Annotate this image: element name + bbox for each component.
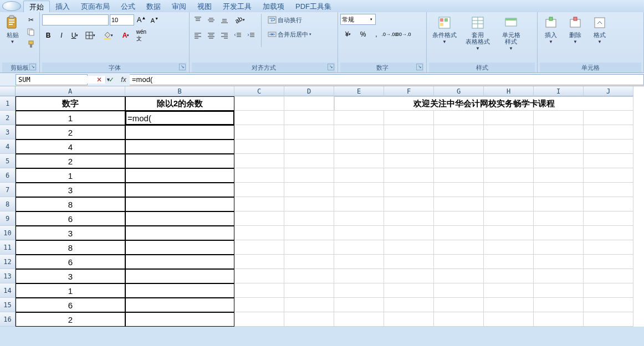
cell-H8[interactable] [484, 197, 534, 211]
increase-indent-button[interactable] [245, 29, 257, 42]
row-header[interactable]: 10 [0, 226, 16, 240]
percent-button[interactable]: % [357, 28, 369, 40]
dialog-launcher-icon[interactable]: ↘ [29, 64, 36, 70]
increase-decimal-button[interactable]: .0→.00 [384, 28, 396, 40]
cell-C12[interactable] [234, 255, 284, 269]
cell-H15[interactable] [484, 298, 534, 312]
cell-F3[interactable] [384, 125, 434, 140]
cell-B16[interactable] [125, 312, 234, 327]
cell-J12[interactable] [584, 255, 633, 269]
cell-E2[interactable] [334, 111, 384, 125]
cell-F15[interactable] [384, 298, 434, 312]
cell-G7[interactable] [434, 183, 484, 197]
cancel-formula-button[interactable]: ✕ [93, 74, 105, 85]
cell-H10[interactable] [484, 226, 534, 240]
cell-J6[interactable] [584, 168, 633, 183]
cell-I5[interactable] [534, 154, 584, 168]
cell-E11[interactable] [334, 240, 384, 255]
cell-D1[interactable] [284, 96, 334, 111]
cell-F10[interactable] [384, 226, 434, 240]
cell-H16[interactable] [484, 312, 534, 327]
cell-J7[interactable] [584, 183, 633, 197]
underline-button[interactable]: U▾ [69, 29, 81, 42]
cell-J10[interactable] [584, 226, 633, 240]
cell-A11[interactable]: 8 [16, 240, 125, 255]
cell-I4[interactable] [534, 140, 584, 154]
tab-插入[interactable]: 插入 [50, 1, 75, 12]
cell-A5[interactable]: 2 [16, 154, 125, 168]
align-left-button[interactable] [192, 29, 204, 42]
cell-B9[interactable] [125, 211, 234, 226]
cell-G2[interactable] [434, 111, 484, 125]
phonetic-button[interactable]: wén文 [135, 29, 147, 42]
select-all-corner[interactable] [0, 86, 16, 96]
cell-E1[interactable]: 欢迎关注中华会计网校实务畅学卡课程 [334, 96, 633, 111]
fill-color-button[interactable]: ▾ [100, 29, 116, 42]
cell-E8[interactable] [334, 197, 384, 211]
row-header[interactable]: 12 [0, 255, 16, 269]
cell-B12[interactable] [125, 255, 234, 269]
cell-G16[interactable] [434, 312, 484, 327]
cell-B2-editing[interactable]: =mod( [125, 111, 234, 125]
col-header-C[interactable]: C [234, 86, 284, 96]
dialog-launcher-icon[interactable]: ↘ [416, 64, 423, 70]
cell-A7[interactable]: 3 [16, 183, 125, 197]
cell-J8[interactable] [584, 197, 633, 211]
cell-H2[interactable] [484, 111, 534, 125]
cell-G13[interactable] [434, 269, 484, 283]
cell-G9[interactable] [434, 211, 484, 226]
insert-function-button[interactable]: fx [117, 74, 130, 85]
align-middle-button[interactable] [205, 14, 217, 26]
cell-F9[interactable] [384, 211, 434, 226]
insert-cells-button[interactable]: 插入▼ [540, 14, 562, 45]
bold-button[interactable]: B [42, 29, 54, 42]
cell-A10[interactable]: 3 [16, 226, 125, 240]
cell-A1[interactable]: 数字 [16, 96, 125, 111]
cell-C8[interactable] [234, 197, 284, 211]
cell-F12[interactable] [384, 255, 434, 269]
enter-formula-button[interactable]: ✓ [105, 74, 117, 85]
worksheet[interactable]: ABCDEFGHIJ 1数字除以2的余数欢迎关注中华会计网校实务畅学卡课程21=… [0, 86, 644, 327]
cell-E9[interactable] [334, 211, 384, 226]
align-right-button[interactable] [218, 29, 231, 42]
decrease-indent-button[interactable] [232, 29, 244, 42]
cell-A3[interactable]: 2 [16, 125, 125, 140]
row-header[interactable]: 8 [0, 197, 16, 211]
cell-C6[interactable] [234, 168, 284, 183]
cut-button[interactable]: ✂ [25, 14, 37, 26]
cell-C1[interactable] [234, 96, 284, 111]
cell-B15[interactable] [125, 298, 234, 312]
cell-C5[interactable] [234, 154, 284, 168]
cell-I15[interactable] [534, 298, 584, 312]
cell-I8[interactable] [534, 197, 584, 211]
cell-F11[interactable] [384, 240, 434, 255]
cell-F13[interactable] [384, 269, 434, 283]
delete-cells-button[interactable]: 删除▼ [564, 14, 586, 45]
col-header-F[interactable]: F [384, 86, 434, 96]
col-header-J[interactable]: J [584, 86, 633, 96]
office-button[interactable] [2, 1, 21, 11]
decrease-decimal-button[interactable]: .00→.0 [397, 28, 409, 40]
cell-I9[interactable] [534, 211, 584, 226]
cell-D15[interactable] [284, 298, 334, 312]
cell-D4[interactable] [284, 140, 334, 154]
col-header-I[interactable]: I [534, 86, 584, 96]
cell-H9[interactable] [484, 211, 534, 226]
cell-B1[interactable]: 除以2的余数 [125, 96, 234, 111]
cell-D6[interactable] [284, 168, 334, 183]
cell-D3[interactable] [284, 125, 334, 140]
grow-font-button[interactable]: A▲ [135, 14, 147, 26]
cell-H4[interactable] [484, 140, 534, 154]
cell-G8[interactable] [434, 197, 484, 211]
row-header[interactable]: 7 [0, 183, 16, 197]
row-header[interactable]: 9 [0, 211, 16, 226]
col-header-H[interactable]: H [484, 86, 534, 96]
cell-D12[interactable] [284, 255, 334, 269]
cell-D13[interactable] [284, 269, 334, 283]
cell-I16[interactable] [534, 312, 584, 327]
format-painter-button[interactable] [25, 38, 37, 50]
cell-H14[interactable] [484, 283, 534, 298]
cell-G11[interactable] [434, 240, 484, 255]
cell-E3[interactable] [334, 125, 384, 140]
cell-E13[interactable] [334, 269, 384, 283]
